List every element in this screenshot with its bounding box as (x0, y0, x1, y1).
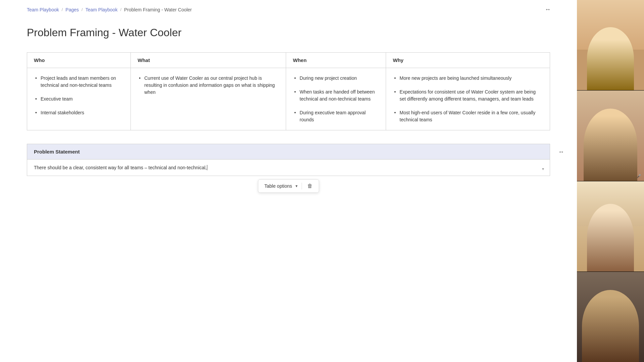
cell-what[interactable]: Current use of Water Cooler as our centr… (131, 68, 286, 130)
breadcrumb-team-playbook-1[interactable]: Team Playbook (27, 7, 59, 12)
breadcrumb-current: Problem Framing - Water Cooler (124, 7, 192, 12)
col-header-when: When (286, 53, 386, 68)
table-options-chevron-icon[interactable]: ▾ (295, 182, 298, 190)
problem-statement-header: Problem Statement (27, 144, 550, 160)
who-item-3: Internal stakeholders (34, 109, 124, 116)
cell-why[interactable]: More new projects are being launched sim… (386, 68, 550, 130)
table-options-label[interactable]: Table options (262, 182, 294, 190)
vf1-person (587, 27, 634, 90)
problem-statement-expand-icon[interactable]: ↔ (558, 148, 564, 156)
video-feed-1-content (577, 0, 644, 90)
why-item-1: More new projects are being launched sim… (393, 75, 543, 82)
scroll-indicator: ▾ (540, 166, 546, 172)
col-header-what: What (131, 53, 286, 68)
problem-framing-table: Who What When Why Project leads and team… (27, 52, 550, 130)
when-item-1: During new project creation (293, 75, 379, 82)
why-item-3: Most high-end users of Water Cooler resi… (393, 109, 543, 123)
why-item-2: Expectations for consistent use of Water… (393, 88, 543, 103)
problem-statement-wrapper: ↔ Problem Statement There should be a cl… (27, 144, 550, 176)
breadcrumb-sep-1: / (62, 7, 63, 12)
mic-muted-icon: 🎤 (637, 174, 641, 178)
breadcrumb: Team Playbook / Pages / Team Playbook / … (27, 0, 550, 20)
toolbar-divider (302, 183, 302, 189)
video-feed-3-content (577, 181, 644, 272)
cell-when[interactable]: During new project creation When tasks a… (286, 68, 386, 130)
problem-statement-table: Problem Statement There should be a clea… (27, 144, 550, 176)
video-feed-4-content (577, 272, 644, 362)
table-options-toolbar: Table options ▾ 🗑 (258, 179, 319, 193)
video-feed-4 (577, 272, 644, 362)
main-content: Team Playbook / Pages / Team Playbook / … (0, 0, 577, 362)
expand-icon[interactable]: ↔ (545, 6, 550, 13)
who-item-1: Project leads and team members on techni… (34, 75, 124, 89)
text-cursor (207, 165, 207, 170)
breadcrumb-pages[interactable]: Pages (65, 7, 79, 12)
col-header-who: Who (27, 53, 131, 68)
video-feed-1 (577, 0, 644, 90)
breadcrumb-sep-3: / (120, 7, 121, 12)
video-feed-2-content: 🎤 (577, 90, 644, 181)
col-header-why: Why (386, 53, 550, 68)
delete-table-button[interactable]: 🗑 (305, 182, 315, 190)
what-item-1: Current use of Water Cooler as our centr… (138, 75, 279, 96)
video-feed-3 (577, 181, 644, 272)
when-item-2: When tasks are handed off between techni… (293, 88, 379, 103)
cell-who[interactable]: Project leads and team members on techni… (27, 68, 131, 130)
page-title: Problem Framing - Water Cooler (27, 26, 550, 39)
vf2-person (584, 109, 637, 181)
problem-statement-cell[interactable]: There should be a clear, consistent way … (27, 160, 550, 176)
vf4-person (582, 290, 639, 362)
video-sidebar: 🎤 (577, 0, 644, 362)
vf3-person (587, 204, 634, 272)
who-item-2: Executive team (34, 96, 124, 103)
video-feed-2: 🎤 (577, 90, 644, 181)
breadcrumb-sep-2: / (82, 7, 83, 12)
when-item-3: During executive team approval rounds (293, 109, 379, 123)
problem-statement-text: There should be a clear, consistent way … (34, 165, 207, 170)
breadcrumb-team-playbook-2[interactable]: Team Playbook (86, 7, 118, 12)
